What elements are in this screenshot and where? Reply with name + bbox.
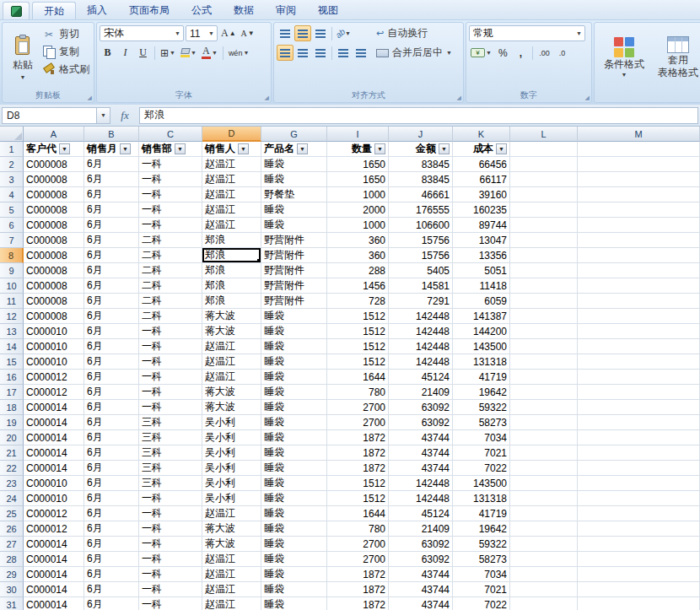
filter-button[interactable]: ▼ <box>59 143 70 154</box>
cell-G27[interactable]: 睡袋 <box>261 537 327 552</box>
cell-A23[interactable]: C000010 <box>24 476 84 491</box>
cell-D12[interactable]: 蒋大波 <box>202 309 261 324</box>
cell-D27[interactable]: 蒋大波 <box>202 537 261 552</box>
cell-M25[interactable] <box>578 506 700 521</box>
cell-K25[interactable]: 41719 <box>453 506 510 521</box>
cell-C11[interactable]: 二科 <box>139 294 202 309</box>
cell-B22[interactable]: 6月 <box>84 461 139 476</box>
cell-G15[interactable]: 睡袋 <box>261 354 327 370</box>
cell-K23[interactable]: 143500 <box>453 476 510 491</box>
header-cell-I1[interactable]: 数量▼ <box>327 142 389 157</box>
cell-J20[interactable]: 43744 <box>389 430 453 445</box>
row-header-29[interactable]: 29 <box>0 567 24 582</box>
cell-L5[interactable] <box>510 202 578 218</box>
cell-G2[interactable]: 睡袋 <box>261 157 327 172</box>
cell-L14[interactable] <box>510 339 578 354</box>
cell-C20[interactable]: 三科 <box>139 430 202 445</box>
cell-I20[interactable]: 1872 <box>327 430 389 445</box>
cell-G26[interactable]: 睡袋 <box>261 521 327 537</box>
cell-L3[interactable] <box>510 172 578 187</box>
cell-G31[interactable]: 睡袋 <box>261 597 327 610</box>
cell-L4[interactable] <box>510 187 578 202</box>
cell-J14[interactable]: 142448 <box>389 339 453 354</box>
cell-B25[interactable]: 6月 <box>84 506 139 521</box>
cell-I25[interactable]: 1644 <box>327 506 389 521</box>
cell-J23[interactable]: 142448 <box>389 476 453 491</box>
cell-D3[interactable]: 赵温江 <box>202 172 261 187</box>
cell-C3[interactable]: 一科 <box>139 172 202 187</box>
cell-G11[interactable]: 野营附件 <box>261 294 327 309</box>
cell-I8[interactable]: 360 <box>327 248 389 263</box>
cell-L2[interactable] <box>510 157 578 172</box>
cell-B2[interactable]: 6月 <box>84 157 139 172</box>
cell-M9[interactable] <box>578 263 700 278</box>
column-header-J[interactable]: J <box>389 127 453 142</box>
cell-C9[interactable]: 二科 <box>139 263 202 278</box>
row-header-11[interactable]: 11 <box>0 294 24 309</box>
cell-K28[interactable]: 58273 <box>453 552 510 567</box>
cell-B12[interactable]: 6月 <box>84 309 139 324</box>
cell-D31[interactable]: 赵温江 <box>202 597 261 610</box>
cell-M13[interactable] <box>578 324 700 339</box>
cell-M26[interactable] <box>578 521 700 537</box>
row-header-1[interactable]: 1 <box>0 142 24 157</box>
cell-K16[interactable]: 41719 <box>453 370 510 385</box>
cell-D18[interactable]: 蒋大波 <box>202 400 261 415</box>
align-middle-button[interactable] <box>294 25 311 41</box>
cell-J19[interactable]: 63092 <box>389 415 453 430</box>
name-box-dropdown[interactable]: ▼ <box>97 107 110 124</box>
cell-B5[interactable]: 6月 <box>84 202 139 218</box>
row-header-12[interactable]: 12 <box>0 309 24 324</box>
cell-D17[interactable]: 蒋大波 <box>202 385 261 400</box>
cell-G25[interactable]: 睡袋 <box>261 506 327 521</box>
cell-D5[interactable]: 赵温江 <box>202 202 261 218</box>
cell-G22[interactable]: 睡袋 <box>261 461 327 476</box>
row-header-18[interactable]: 18 <box>0 400 24 415</box>
header-cell-B1[interactable]: 销售月▼ <box>84 142 139 157</box>
cell-L28[interactable] <box>510 552 578 567</box>
tab-视图[interactable]: 视图 <box>307 2 349 19</box>
cell-L7[interactable] <box>510 233 578 248</box>
cell-L15[interactable] <box>510 354 578 370</box>
cell-C8[interactable]: 二科 <box>139 248 202 263</box>
cell-A27[interactable]: C000014 <box>24 537 84 552</box>
cell-L20[interactable] <box>510 430 578 445</box>
row-header-13[interactable]: 13 <box>0 324 24 339</box>
cell-C26[interactable]: 一科 <box>139 521 202 537</box>
cell-J27[interactable]: 63092 <box>389 537 453 552</box>
cell-L16[interactable] <box>510 370 578 385</box>
cell-B17[interactable]: 6月 <box>84 385 139 400</box>
increase-decimal-button[interactable]: .00 <box>536 45 552 61</box>
cell-M1[interactable] <box>578 142 700 157</box>
cell-A18[interactable]: C000014 <box>24 400 84 415</box>
cell-M29[interactable] <box>578 567 700 582</box>
cell-I17[interactable]: 780 <box>327 385 389 400</box>
cell-B26[interactable]: 6月 <box>84 521 139 537</box>
cell-C22[interactable]: 三科 <box>139 461 202 476</box>
cell-B27[interactable]: 6月 <box>84 537 139 552</box>
column-header-I[interactable]: I <box>327 127 389 142</box>
cell-C6[interactable]: 一科 <box>139 218 202 233</box>
cell-C10[interactable]: 二科 <box>139 278 202 294</box>
cell-I30[interactable]: 1872 <box>327 582 389 597</box>
cell-C2[interactable]: 一科 <box>139 157 202 172</box>
font-size-select[interactable]: 11 ▼ <box>186 25 218 41</box>
cell-K24[interactable]: 131318 <box>453 491 510 506</box>
row-header-25[interactable]: 25 <box>0 506 24 521</box>
cell-L11[interactable] <box>510 294 578 309</box>
column-header-C[interactable]: C <box>139 127 202 142</box>
cell-D13[interactable]: 蒋大波 <box>202 324 261 339</box>
cell-D29[interactable]: 赵温江 <box>202 567 261 582</box>
cell-C12[interactable]: 二科 <box>139 309 202 324</box>
shrink-font-button[interactable]: A ▼ <box>240 25 256 41</box>
cell-D10[interactable]: 郑浪 <box>202 278 261 294</box>
cell-A17[interactable]: C000012 <box>24 385 84 400</box>
number-format-select[interactable]: 常规 ▼ <box>469 25 585 41</box>
cell-K22[interactable]: 7022 <box>453 461 510 476</box>
cell-M15[interactable] <box>578 354 700 370</box>
row-header-10[interactable]: 10 <box>0 278 24 294</box>
cell-A15[interactable]: C000010 <box>24 354 84 370</box>
cell-G18[interactable]: 睡袋 <box>261 400 327 415</box>
formula-input[interactable]: 郑浪 <box>139 107 698 124</box>
cell-L12[interactable] <box>510 309 578 324</box>
